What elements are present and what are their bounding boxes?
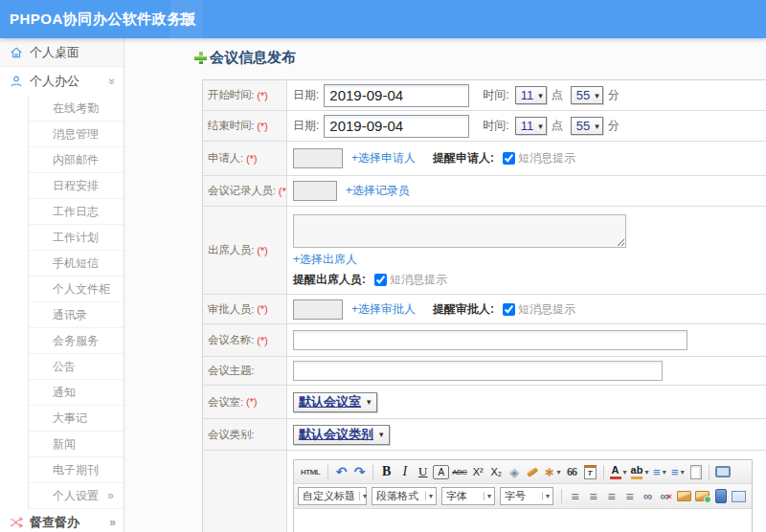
editor-blockquote-button[interactable]: 66 (564, 463, 580, 480)
editor-table-button[interactable] (731, 488, 747, 505)
choose-approver-link[interactable]: +选择审批人 (351, 301, 416, 318)
editor-content-area[interactable] (294, 509, 752, 532)
start-hour-select[interactable]: 11▾ (515, 86, 547, 104)
editor-underline-button[interactable]: U (415, 463, 431, 480)
editor-font-size-select[interactable]: 字号▾ (500, 487, 553, 505)
choose-attendees-link[interactable]: +选择出席人 (293, 252, 357, 268)
meeting-name-input[interactable] (293, 330, 687, 350)
approver-label: 审批人员:(*) (203, 295, 287, 323)
sidebar-item-message-management[interactable]: 消息管理 (29, 122, 124, 147)
form-row-meeting-room: 会议室:(*) 默认会议室▾ (203, 386, 766, 419)
minute-unit-label: 分 (608, 118, 620, 134)
editor-highlight-color-button[interactable]: ab▾ (630, 463, 650, 480)
editor-superscript-button[interactable]: X² (470, 463, 486, 480)
editor-ordered-list-button[interactable]: ≡▾ (651, 463, 667, 480)
end-minute-select[interactable]: 55▾ (571, 117, 603, 135)
editor-bold-button[interactable]: B (378, 463, 394, 480)
editor-link-button[interactable]: ∞ (640, 488, 656, 505)
editor-align-center-button[interactable]: ≡ (585, 488, 601, 505)
choose-recorder-link[interactable]: +选择记录员 (346, 183, 410, 199)
approver-input[interactable] (293, 299, 343, 320)
sidebar-toggle-button[interactable] (170, 0, 203, 38)
editor-italic-button[interactable]: I (396, 463, 413, 480)
editor-paragraph-select[interactable]: 段落格式▾ (372, 487, 437, 505)
chevron-down-icon: ▾ (538, 122, 543, 131)
editor-image-button[interactable] (676, 488, 692, 505)
editor-font-color-button[interactable]: A▾ (609, 463, 628, 480)
editor-undo-button[interactable]: ↶ (333, 463, 349, 480)
sidebar-item-memorabilia[interactable]: 大事记 (29, 406, 124, 432)
date-label: 日期: (293, 118, 319, 134)
sidebar-item-label: 个人办公 (30, 73, 79, 90)
chevron-right-icon: » (109, 516, 116, 529)
sidebar-item-work-log[interactable]: 工作日志 (29, 199, 124, 225)
applicant-sms-checkbox[interactable] (503, 152, 515, 165)
editor-redo-button[interactable]: ↷ (351, 463, 368, 480)
editor-format-painter-button[interactable] (525, 463, 541, 480)
choose-applicant-link[interactable]: +选择申请人 (351, 150, 416, 166)
sidebar-item-supervision[interactable]: 督查督办 » (0, 509, 124, 532)
end-date-input[interactable] (324, 115, 469, 138)
chevron-down-icon: ▾ (425, 492, 433, 500)
sidebar-item-contacts[interactable]: 通讯录 (29, 302, 124, 328)
attendees-label: 出席人员:(*) (203, 207, 287, 294)
attendees-textarea[interactable] (293, 214, 626, 248)
editor-insert-image-button[interactable] (694, 488, 710, 505)
meeting-room-select[interactable]: 默认会议室▾ (293, 392, 377, 412)
sidebar-item-e-journal[interactable]: 电子期刊 (29, 457, 124, 483)
page-icon (690, 465, 702, 479)
editor-heading-select[interactable]: 自定义标题▾ (298, 487, 367, 505)
meeting-category-select[interactable]: 默认会议类别▾ (293, 425, 390, 445)
editor-align-left-button[interactable]: ≡ (567, 488, 583, 505)
approver-sms-checkbox[interactable] (503, 303, 515, 316)
editor-align-right-button[interactable]: ≡ (603, 488, 620, 505)
sidebar-item-internal-mail[interactable]: 内部邮件 (29, 147, 124, 173)
sidebar-item-announcement[interactable]: 公告 (29, 354, 124, 380)
app-title: PHPOA协同办公软件政务版 (0, 11, 196, 29)
editor-strikethrough-button[interactable]: ABC (451, 463, 468, 480)
editor-font-style-button[interactable]: A (433, 465, 449, 479)
start-date-input[interactable] (324, 84, 469, 107)
editor-toolbar-row1: HTML ↶ ↷ B I U A ABC X² X₂ ◈ (294, 460, 752, 484)
font-color-icon: A (610, 465, 621, 479)
meeting-subject-input[interactable] (293, 361, 663, 381)
chevron-down-icon: ▾ (595, 91, 599, 100)
sidebar-item-work-plan[interactable]: 工作计划 (29, 225, 124, 251)
sidebar-item-mobile-sms[interactable]: 手机短信 (29, 251, 124, 277)
editor-unlink-button[interactable]: ∞× (658, 488, 674, 505)
chevron-down-icon: ▾ (379, 430, 384, 439)
remind-approver-label: 提醒审批人: (433, 301, 494, 318)
sidebar-item-meeting-service[interactable]: 会务服务 (29, 328, 124, 354)
meeting-content-label (203, 451, 287, 532)
start-minute-select[interactable]: 55▾ (571, 86, 603, 104)
sidebar-item-personal-settings[interactable]: 个人设置 » (29, 483, 124, 509)
editor-quick-style-button[interactable]: ∗▾ (543, 463, 562, 480)
editor-subscript-button[interactable]: X₂ (488, 463, 505, 480)
chevron-down-icon: ▾ (623, 468, 627, 477)
sidebar-item-notice[interactable]: 通知 (29, 380, 124, 406)
sidebar-item-personal-desktop[interactable]: 个人桌面 (0, 38, 124, 67)
editor-unordered-list-button[interactable]: ≡▾ (669, 463, 686, 480)
editor-font-family-select[interactable]: 字体▾ (441, 487, 495, 505)
editor-fullscreen-button[interactable] (714, 463, 732, 480)
sidebar-item-personal-office[interactable]: 个人办公 » (0, 67, 124, 96)
applicant-input[interactable] (293, 148, 343, 168)
editor-html-source-button[interactable]: HTML (298, 463, 323, 480)
attendees-sms-checkbox[interactable] (374, 274, 387, 286)
editor-paste-as-text-button[interactable]: T (582, 463, 598, 480)
paste-icon: T (584, 465, 597, 479)
sidebar-item-personal-file-cabinet[interactable]: 个人文件柜 (29, 277, 124, 302)
sidebar-item-schedule[interactable]: 日程安排 (29, 173, 124, 199)
page-title: 会议信息发布 (194, 49, 296, 67)
minute-unit-label: 分 (608, 87, 620, 103)
end-hour-select[interactable]: 11▾ (515, 117, 547, 135)
recorder-input[interactable] (293, 181, 337, 201)
editor-new-page-button[interactable] (687, 463, 704, 480)
editor-justify-button[interactable]: ≡ (621, 488, 638, 505)
editor-media-button[interactable] (712, 488, 729, 505)
editor-eraser-button[interactable]: ◈ (507, 463, 523, 480)
form-row-meeting-name: 会议名称:(*) (203, 324, 766, 357)
sidebar-item-online-attendance[interactable]: 在线考勤 (29, 96, 124, 122)
chevron-down-icon: ▾ (644, 468, 648, 477)
sidebar-item-news[interactable]: 新闻 (29, 432, 124, 457)
